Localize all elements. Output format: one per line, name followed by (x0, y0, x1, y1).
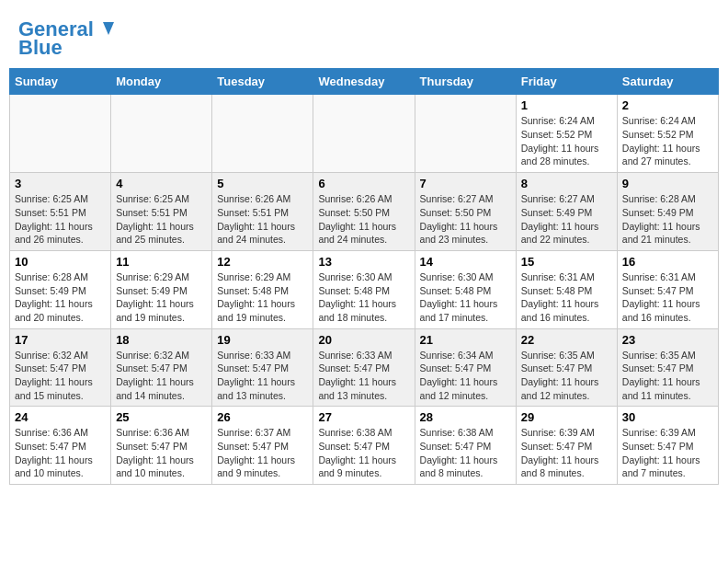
calendar-cell: 4Sunrise: 6:25 AM Sunset: 5:51 PM Daylig… (111, 173, 212, 251)
calendar-cell: 21Sunrise: 6:34 AM Sunset: 5:47 PM Dayli… (415, 328, 516, 407)
page-header: General Blue (9, 9, 719, 63)
calendar-cell: 17Sunrise: 6:32 AM Sunset: 5:47 PM Dayli… (10, 328, 111, 407)
day-number: 25 (116, 410, 207, 424)
day-number: 9 (622, 177, 713, 190)
calendar-cell: 8Sunrise: 6:27 AM Sunset: 5:49 PM Daylig… (516, 173, 617, 251)
day-number: 18 (116, 333, 207, 347)
day-number: 16 (622, 255, 713, 269)
day-number: 12 (217, 255, 308, 269)
calendar-cell: 3Sunrise: 6:25 AM Sunset: 5:51 PM Daylig… (10, 173, 111, 251)
day-number: 14 (420, 255, 511, 269)
logo-icon (96, 18, 116, 39)
day-number: 28 (420, 410, 511, 424)
day-info: Sunrise: 6:26 AM Sunset: 5:51 PM Dayligh… (217, 192, 308, 247)
day-info: Sunrise: 6:28 AM Sunset: 5:49 PM Dayligh… (622, 192, 713, 247)
day-info: Sunrise: 6:33 AM Sunset: 5:47 PM Dayligh… (217, 349, 308, 403)
day-number: 4 (116, 177, 207, 190)
day-info: Sunrise: 6:26 AM Sunset: 5:50 PM Dayligh… (318, 192, 409, 247)
calendar-cell: 18Sunrise: 6:32 AM Sunset: 5:47 PM Dayli… (111, 328, 212, 407)
day-number: 10 (15, 255, 106, 269)
day-info: Sunrise: 6:24 AM Sunset: 5:52 PM Dayligh… (521, 114, 612, 168)
day-info: Sunrise: 6:38 AM Sunset: 5:47 PM Dayligh… (318, 426, 409, 480)
day-number: 24 (15, 410, 106, 424)
day-info: Sunrise: 6:34 AM Sunset: 5:47 PM Dayligh… (420, 349, 511, 403)
calendar-cell: 2Sunrise: 6:24 AM Sunset: 5:52 PM Daylig… (617, 95, 718, 173)
day-number: 20 (318, 333, 409, 347)
calendar-cell: 9Sunrise: 6:28 AM Sunset: 5:49 PM Daylig… (617, 173, 718, 251)
calendar-cell: 1Sunrise: 6:24 AM Sunset: 5:52 PM Daylig… (516, 95, 617, 173)
calendar-cell: 11Sunrise: 6:29 AM Sunset: 5:49 PM Dayli… (111, 250, 212, 328)
day-info: Sunrise: 6:37 AM Sunset: 5:47 PM Dayligh… (217, 426, 308, 480)
col-header-wednesday: Wednesday (313, 69, 415, 95)
day-info: Sunrise: 6:38 AM Sunset: 5:47 PM Dayligh… (420, 426, 511, 480)
calendar-cell (415, 95, 516, 173)
day-number: 2 (622, 98, 713, 112)
day-number: 22 (521, 333, 612, 347)
day-info: Sunrise: 6:33 AM Sunset: 5:47 PM Dayligh… (318, 349, 409, 403)
day-number: 5 (217, 177, 308, 190)
day-info: Sunrise: 6:30 AM Sunset: 5:48 PM Dayligh… (420, 270, 511, 325)
day-info: Sunrise: 6:39 AM Sunset: 5:47 PM Dayligh… (622, 426, 713, 480)
col-header-thursday: Thursday (415, 69, 516, 95)
calendar-cell: 10Sunrise: 6:28 AM Sunset: 5:49 PM Dayli… (10, 250, 111, 328)
day-number: 23 (622, 333, 713, 347)
week-row-5: 24Sunrise: 6:36 AM Sunset: 5:47 PM Dayli… (10, 407, 719, 485)
svg-marker-0 (103, 22, 114, 35)
logo: General Blue (18, 18, 116, 59)
calendar-cell: 30Sunrise: 6:39 AM Sunset: 5:47 PM Dayli… (617, 407, 718, 485)
day-number: 30 (622, 410, 713, 424)
calendar-cell: 28Sunrise: 6:38 AM Sunset: 5:47 PM Dayli… (415, 407, 516, 485)
week-row-4: 17Sunrise: 6:32 AM Sunset: 5:47 PM Dayli… (10, 328, 719, 407)
day-info: Sunrise: 6:35 AM Sunset: 5:47 PM Dayligh… (622, 349, 713, 403)
calendar-cell: 25Sunrise: 6:36 AM Sunset: 5:47 PM Dayli… (111, 407, 212, 485)
day-number: 17 (15, 333, 106, 347)
calendar-header-row: SundayMondayTuesdayWednesdayThursdayFrid… (10, 69, 719, 95)
day-info: Sunrise: 6:27 AM Sunset: 5:50 PM Dayligh… (420, 192, 511, 247)
calendar-table: SundayMondayTuesdayWednesdayThursdayFrid… (9, 68, 719, 485)
day-info: Sunrise: 6:27 AM Sunset: 5:49 PM Dayligh… (521, 192, 612, 247)
calendar-cell (10, 95, 111, 173)
day-info: Sunrise: 6:35 AM Sunset: 5:47 PM Dayligh… (521, 349, 612, 403)
calendar-cell: 26Sunrise: 6:37 AM Sunset: 5:47 PM Dayli… (212, 407, 313, 485)
day-number: 6 (318, 177, 409, 190)
day-number: 15 (521, 255, 612, 269)
day-number: 26 (217, 410, 308, 424)
week-row-3: 10Sunrise: 6:28 AM Sunset: 5:49 PM Dayli… (10, 250, 719, 328)
day-number: 19 (217, 333, 308, 347)
day-number: 1 (521, 98, 612, 112)
day-info: Sunrise: 6:36 AM Sunset: 5:47 PM Dayligh… (116, 426, 207, 480)
calendar-cell: 16Sunrise: 6:31 AM Sunset: 5:47 PM Dayli… (617, 250, 718, 328)
calendar-cell: 24Sunrise: 6:36 AM Sunset: 5:47 PM Dayli… (10, 407, 111, 485)
day-number: 7 (420, 177, 511, 190)
calendar-cell: 27Sunrise: 6:38 AM Sunset: 5:47 PM Dayli… (313, 407, 415, 485)
day-info: Sunrise: 6:29 AM Sunset: 5:49 PM Dayligh… (116, 270, 207, 325)
calendar-cell: 5Sunrise: 6:26 AM Sunset: 5:51 PM Daylig… (212, 173, 313, 251)
col-header-monday: Monday (111, 69, 212, 95)
day-number: 13 (318, 255, 409, 269)
day-info: Sunrise: 6:32 AM Sunset: 5:47 PM Dayligh… (15, 349, 106, 403)
day-info: Sunrise: 6:31 AM Sunset: 5:48 PM Dayligh… (521, 270, 612, 325)
calendar-cell: 23Sunrise: 6:35 AM Sunset: 5:47 PM Dayli… (617, 328, 718, 407)
calendar-cell (313, 95, 415, 173)
day-info: Sunrise: 6:25 AM Sunset: 5:51 PM Dayligh… (15, 192, 106, 247)
day-number: 3 (15, 177, 106, 190)
week-row-2: 3Sunrise: 6:25 AM Sunset: 5:51 PM Daylig… (10, 173, 719, 251)
calendar-cell: 12Sunrise: 6:29 AM Sunset: 5:48 PM Dayli… (212, 250, 313, 328)
calendar-cell (212, 95, 313, 173)
calendar-cell: 20Sunrise: 6:33 AM Sunset: 5:47 PM Dayli… (313, 328, 415, 407)
calendar-cell: 7Sunrise: 6:27 AM Sunset: 5:50 PM Daylig… (415, 173, 516, 251)
calendar-cell: 14Sunrise: 6:30 AM Sunset: 5:48 PM Dayli… (415, 250, 516, 328)
day-info: Sunrise: 6:31 AM Sunset: 5:47 PM Dayligh… (622, 270, 713, 325)
day-info: Sunrise: 6:29 AM Sunset: 5:48 PM Dayligh… (217, 270, 308, 325)
day-info: Sunrise: 6:25 AM Sunset: 5:51 PM Dayligh… (116, 192, 207, 247)
logo-text-blue: Blue (18, 37, 63, 59)
day-info: Sunrise: 6:36 AM Sunset: 5:47 PM Dayligh… (15, 426, 106, 480)
calendar-cell: 15Sunrise: 6:31 AM Sunset: 5:48 PM Dayli… (516, 250, 617, 328)
week-row-1: 1Sunrise: 6:24 AM Sunset: 5:52 PM Daylig… (10, 95, 719, 173)
day-number: 29 (521, 410, 612, 424)
calendar-cell: 22Sunrise: 6:35 AM Sunset: 5:47 PM Dayli… (516, 328, 617, 407)
col-header-sunday: Sunday (10, 69, 111, 95)
day-info: Sunrise: 6:30 AM Sunset: 5:48 PM Dayligh… (318, 270, 409, 325)
col-header-saturday: Saturday (617, 69, 718, 95)
day-number: 11 (116, 255, 207, 269)
